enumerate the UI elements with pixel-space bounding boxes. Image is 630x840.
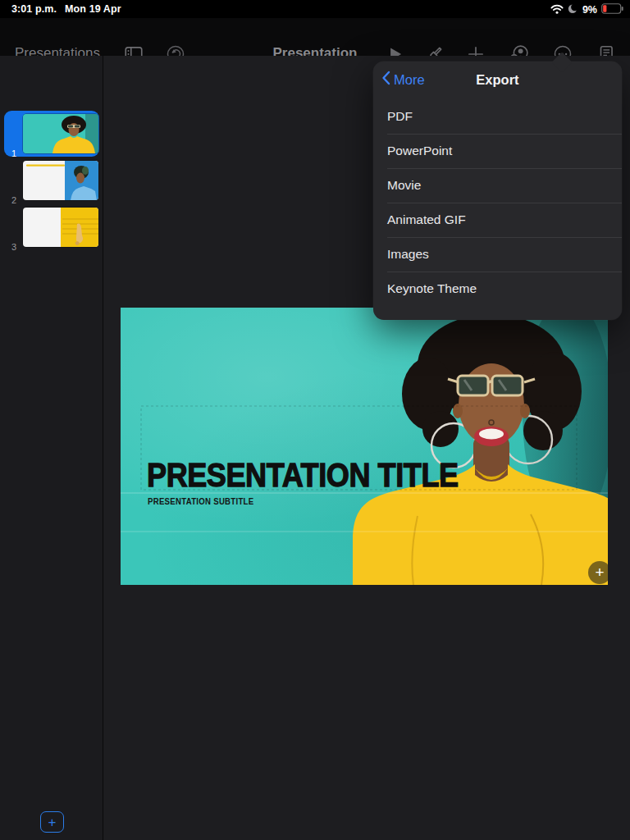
status-time: 3:01 p.m. [11,3,57,15]
keynote-app: 3:01 p.m.Mon 19 Apr 9% [0,0,630,840]
wifi-icon [550,2,564,17]
add-slide-button[interactable]: + [40,811,64,833]
export-menu: PDF PowerPoint Movie Animated GIF Images… [373,99,622,306]
menu-item-keynote-theme[interactable]: Keynote Theme [373,272,622,306]
toolbar: Presentations Present [0,18,630,56]
menu-item-powerpoint[interactable]: PowerPoint [373,134,622,168]
slide-number: 1 [8,148,20,158]
chevron-left-icon [381,71,390,89]
menu-item-pdf[interactable]: PDF [373,99,622,134]
do-not-disturb-moon-icon [568,2,578,17]
slide-number: 3 [8,242,20,252]
status-date: Mon 19 Apr [65,3,121,15]
menu-item-images[interactable]: Images [373,237,622,272]
sunglasses [448,376,535,395]
menu-item-animated-gif[interactable]: Animated GIF [373,203,622,237]
slide-2-thumbnail[interactable] [23,161,98,200]
slide-subtitle-text[interactable]: PRESENTATION SUBTITLE [148,497,253,506]
menu-item-movie[interactable]: Movie [373,168,622,203]
popover-back-button[interactable]: More [381,71,425,89]
popover-back-label: More [394,72,425,88]
add-object-button[interactable]: + [588,561,608,584]
slide-photo-image [121,308,608,585]
slide-thumbnail-row-1[interactable]: 1 [0,114,103,160]
slide-title-text[interactable]: PRESENTATION TITLE [147,456,459,495]
status-time-date: 3:01 p.m.Mon 19 Apr [11,3,130,15]
slide-3-thumbnail[interactable] [23,208,98,247]
slide-1-thumbnail[interactable] [23,114,98,153]
battery-percent: 9% [582,4,597,16]
plus-icon: + [595,564,604,581]
status-bar: 3:01 p.m.Mon 19 Apr 9% [0,0,630,18]
slide-navigator-sidebar: 1 2 [0,56,103,840]
export-popover: More Export PDF PowerPoint Movie Animate… [373,62,622,320]
slide-thumbnail-row-2[interactable]: 2 [0,161,103,207]
popover-header: More Export [373,62,622,99]
battery-icon [601,2,623,17]
slide-thumbnail-row-3[interactable]: 3 [0,208,103,253]
status-indicators: 9% [550,2,623,17]
plus-icon: + [48,815,57,830]
slide-number: 2 [8,195,20,205]
slide-editor[interactable]: PRESENTATION TITLE PRESENTATION SUBTITLE… [121,308,608,585]
